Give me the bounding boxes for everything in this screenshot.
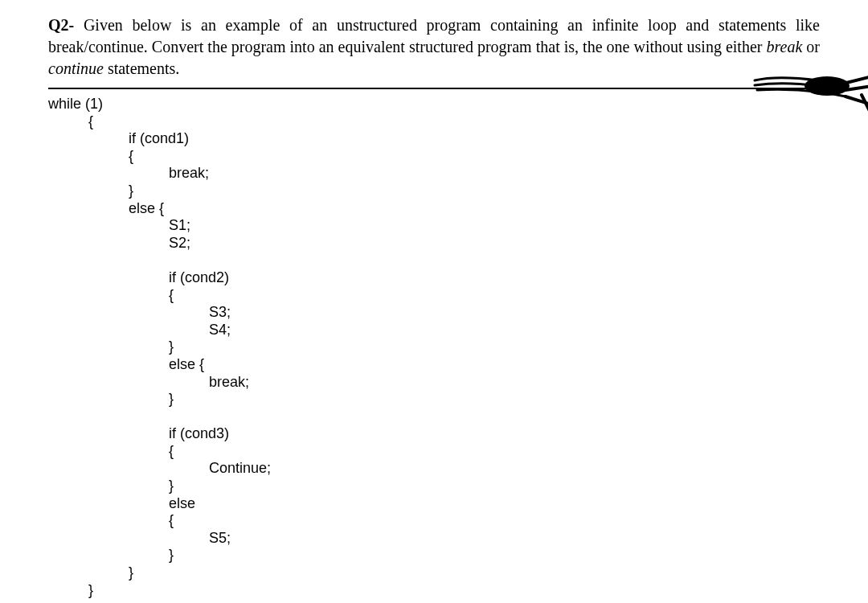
handwritten-annotation-icon [751,66,868,114]
italic-break: break [767,38,803,55]
code-line: } [48,582,93,598]
question-label: Q2- [48,16,74,34]
italic-continue: continue [48,59,104,77]
code-line: while (1) [48,96,103,112]
code-line: S3; [48,304,231,320]
code-line: S5; [48,530,231,546]
svg-point-0 [805,76,850,96]
code-line: { [48,148,133,164]
code-line: S4; [48,322,231,338]
question-body-2: statements. [104,59,179,77]
question-body-1: Given below is an example of an unstruct… [48,16,820,55]
code-line: if (cond1) [48,130,189,146]
question-text: Q2- Given below is an example of an unst… [48,14,820,80]
code-line: else { [48,200,164,216]
code-line: if (cond2) [48,269,229,285]
code-line: { [48,443,174,459]
code-line: { [48,113,93,129]
code-line: break; [48,374,249,390]
code-line: } [48,478,174,494]
code-line: else [48,495,195,511]
code-block: while (1) { if (cond1) { break; } else {… [48,96,820,599]
code-line: } [48,338,174,355]
code-line: } [48,391,174,407]
separator-line [48,88,820,89]
code-line: break; [48,165,209,181]
question-mid: or [802,38,820,55]
code-line: Continue; [48,460,271,476]
code-line: { [48,512,174,528]
code-line: } [48,183,133,199]
code-line: } [48,564,133,580]
code-line: S1; [48,217,190,233]
code-line: { [48,287,174,303]
code-line: } [48,547,174,563]
code-line: S2; [48,235,190,251]
code-line: else { [48,356,204,372]
code-line: if (cond3) [48,425,229,441]
